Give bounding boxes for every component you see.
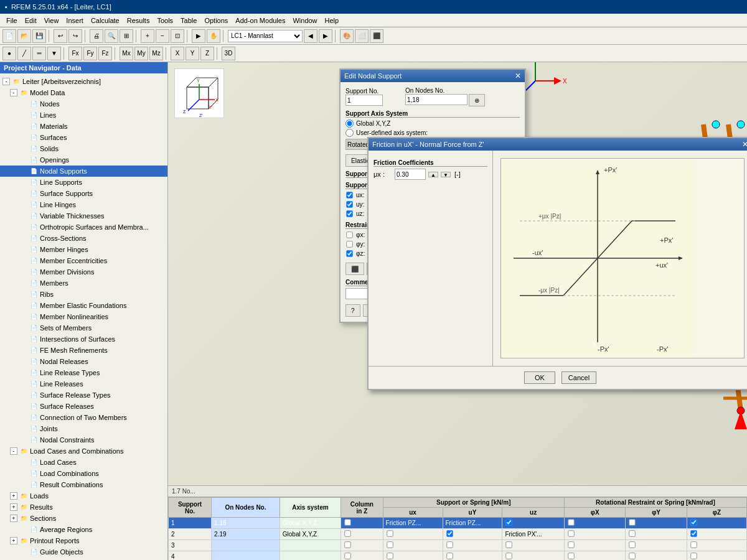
friction-dialog-title[interactable]: Friction in uX' - Normal Force from Z' ✕ (369, 138, 747, 151)
table-row[interactable]: 1 1.18 Global X,Y,Z Friction PZ... Frict… (169, 518, 747, 529)
fz-btn[interactable]: Fz (98, 47, 112, 60)
zoom-fit[interactable]: ⊡ (171, 29, 184, 43)
table-row[interactable]: 3 (169, 540, 747, 551)
mux-down-btn[interactable]: ▼ (441, 172, 451, 177)
assign-btn[interactable]: ⬛ (345, 263, 364, 275)
tree-item-member-elastic[interactable]: 📄Member Elastic Foundations (0, 300, 167, 311)
undo-button[interactable]: ↩ (54, 29, 67, 43)
dialog-nodal-title[interactable]: Edit Nodal Support ✕ (341, 70, 525, 82)
menu-help[interactable]: Help (321, 16, 343, 26)
view-btn-2[interactable]: ⊞ (120, 29, 133, 43)
prev-lc[interactable]: ◀ (304, 29, 317, 43)
expand-loads[interactable]: + (10, 492, 17, 500)
save-button[interactable]: 💾 (32, 29, 46, 43)
tree-item-solids[interactable]: 📄Solids (0, 143, 167, 154)
support-btn[interactable]: ▼ (47, 47, 61, 60)
fy-btn[interactable]: Fy (83, 47, 97, 60)
tree-item-loads[interactable]: +📁Loads (0, 490, 167, 502)
pan-btn[interactable]: ✋ (207, 29, 220, 43)
render-btn[interactable]: 🎨 (340, 29, 354, 43)
tree-item-line-supports[interactable]: 📄Line Supports (0, 177, 167, 188)
menu-edit[interactable]: Edit (21, 16, 40, 26)
member-btn[interactable]: ═ (32, 47, 46, 60)
friction-cancel-btn[interactable]: Cancel (561, 371, 596, 384)
zoom-in[interactable]: + (141, 29, 154, 43)
select-btn[interactable]: ▶ (192, 29, 205, 43)
phix-checkbox[interactable] (346, 231, 352, 238)
menu-insert[interactable]: Insert (62, 16, 87, 26)
friction-close-btn[interactable]: ✕ (742, 140, 747, 149)
uy-checkbox[interactable] (346, 201, 352, 207)
tree-item-guide-objects[interactable]: 📄Guide Objects (0, 546, 167, 558)
node-btn[interactable]: ● (2, 47, 16, 60)
tree-item-member-nonlin[interactable]: 📄Member Nonlinearities (0, 311, 167, 322)
view-btn-1[interactable]: 🔍 (105, 29, 118, 43)
tree-item-intersections[interactable]: 📄Intersections of Surfaces (0, 334, 167, 345)
menu-addon[interactable]: Add-on Modules (232, 16, 289, 26)
tree-item-connection-two-members[interactable]: 📄Connection of Two Members (0, 412, 167, 423)
redo-button[interactable]: ↪ (68, 29, 82, 43)
mux-up-btn[interactable]: ▲ (428, 172, 438, 177)
tree-item-nodal-supports[interactable]: 📄Nodal Supports (0, 166, 167, 177)
expand-load-cases[interactable]: - (10, 447, 17, 455)
tree-item-surface-release-types[interactable]: 📄Surface Release Types (0, 390, 167, 401)
expand-model-data[interactable]: - (10, 89, 17, 96)
tree-item-variable-thicknesses[interactable]: 📄Variable Thicknesses (0, 210, 167, 222)
on-nodes-pick-btn[interactable]: ⊕ (469, 94, 485, 106)
mz-btn[interactable]: Mz (149, 47, 163, 60)
line-btn[interactable]: ╱ (17, 47, 31, 60)
zoom-out[interactable]: − (156, 29, 169, 43)
iso-btn[interactable]: 3D (222, 47, 235, 60)
tree-item-model-data[interactable]: -📁Model Data (0, 87, 167, 98)
root-expand[interactable]: - (2, 78, 10, 85)
tree-item-load-cases[interactable]: -📁Load Cases and Combinations (0, 446, 167, 457)
tree-item-nodal-releases[interactable]: 📄Nodal Releases (0, 356, 167, 367)
tree-item-surface-releases[interactable]: 📄Surface Releases (0, 401, 167, 412)
menu-window[interactable]: Window (289, 16, 321, 26)
tree-item-line-release-types[interactable]: 📄Line Release Types (0, 367, 167, 378)
tree-item-line-hinges[interactable]: 📄Line Hinges (0, 199, 167, 210)
new-button[interactable]: 📄 (2, 29, 16, 43)
ux-checkbox[interactable] (346, 192, 352, 198)
support-no-input[interactable] (345, 95, 383, 106)
my-btn[interactable]: My (134, 47, 148, 60)
menu-table[interactable]: Table (177, 16, 200, 26)
tree-item-member-hinges[interactable]: 📄Member Hinges (0, 244, 167, 255)
fx-btn[interactable]: Fx (68, 47, 82, 60)
tree-container[interactable]: -📁Leiter [Arbeitsverzeichnis]-📁Model Dat… (0, 73, 167, 560)
user-defined-radio[interactable] (345, 129, 354, 137)
print-button[interactable]: 🖨 (90, 29, 103, 43)
table-scroll[interactable]: SupportNo. On Nodes No. Axis system Colu… (168, 497, 747, 560)
view-z[interactable]: Z (200, 47, 214, 60)
menu-view[interactable]: View (40, 16, 63, 26)
tree-item-printout-reports[interactable]: +📁Printout Reports (0, 535, 167, 546)
tree-item-openings[interactable]: 📄Openings (0, 154, 167, 166)
table-row[interactable]: 4 (169, 551, 747, 561)
menu-calculate[interactable]: Calculate (87, 16, 123, 26)
tree-item-line-releases[interactable]: 📄Line Releases (0, 378, 167, 390)
open-button[interactable]: 📂 (17, 29, 31, 43)
on-nodes-input[interactable] (405, 94, 467, 105)
table-row[interactable]: 2 2.19 Global X,Y,Z Friction PX'... (169, 529, 747, 540)
mux-input[interactable] (395, 169, 426, 180)
expand-printout-reports[interactable]: + (10, 537, 17, 544)
menu-file[interactable]: File (2, 16, 21, 26)
tree-root[interactable]: -📁Leiter [Arbeitsverzeichnis] (0, 76, 167, 87)
tree-item-results[interactable]: +📁Results (0, 502, 167, 513)
friction-ok-btn[interactable]: OK (524, 371, 555, 384)
global-xyz-radio[interactable] (345, 119, 354, 128)
menu-options[interactable]: Options (200, 16, 232, 26)
tree-item-member-divisions[interactable]: 📄Member Divisions (0, 266, 167, 278)
solid-btn[interactable]: ⬛ (370, 29, 383, 43)
load-case-dropdown[interactable]: LC1 - Mannlast (228, 30, 303, 42)
tree-item-joints[interactable]: 📄Joints (0, 423, 167, 434)
phiz-checkbox[interactable] (346, 250, 352, 256)
tree-item-nodal-constraints[interactable]: 📄Nodal Constraints (0, 434, 167, 446)
wire-btn[interactable]: ⬜ (355, 29, 369, 43)
dialog-nodal-close[interactable]: ✕ (515, 72, 521, 80)
menu-tools[interactable]: Tools (153, 16, 177, 26)
tree-item-load-cases-sub[interactable]: 📄Load Cases (0, 457, 167, 468)
tree-item-result-combinations[interactable]: 📄Result Combinations (0, 479, 167, 490)
mx-btn[interactable]: Mx (120, 47, 133, 60)
tree-item-load-combinations[interactable]: 📄Load Combinations (0, 468, 167, 479)
